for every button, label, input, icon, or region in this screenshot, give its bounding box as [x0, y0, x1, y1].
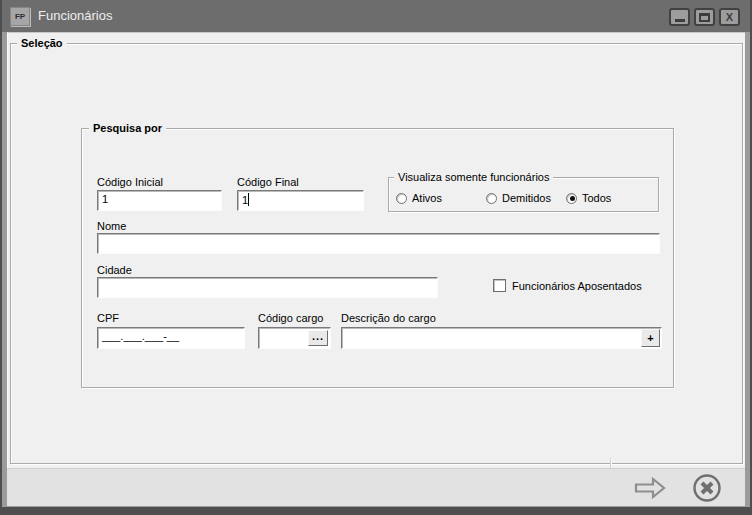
- selecao-caption: Seleção: [17, 37, 67, 50]
- codigo-inicial-input[interactable]: 1: [97, 190, 222, 211]
- codigo-final-input[interactable]: 1: [237, 190, 364, 211]
- descricao-cargo-input[interactable]: [341, 327, 662, 349]
- radio-todos-icon: [566, 193, 577, 204]
- codigo-final-label: Código Final: [237, 176, 299, 188]
- footer-panel-divider: [610, 458, 611, 468]
- pesquisa-groupbox: [81, 128, 674, 388]
- radio-demitidos-label: Demitidos: [502, 192, 551, 204]
- radio-ativos-icon: [396, 193, 407, 204]
- window-title: Funcionários: [38, 0, 112, 32]
- codigo-cargo-lookup-button[interactable]: ...: [308, 330, 328, 346]
- window-border-left: [0, 0, 2, 515]
- aposentados-checkbox[interactable]: Funcionários Aposentados: [493, 279, 642, 292]
- radio-demitidos-icon: [486, 193, 497, 204]
- cpf-input[interactable]: ___.___.___-__: [97, 327, 245, 349]
- arrow-right-icon: [632, 475, 668, 501]
- minimize-button[interactable]: [669, 8, 690, 26]
- radio-todos[interactable]: Todos: [566, 192, 611, 204]
- proceed-button[interactable]: [630, 474, 670, 502]
- title-bar[interactable]: FP Funcionários X: [2, 0, 750, 32]
- cpf-label: CPF: [97, 312, 119, 324]
- radio-demitidos[interactable]: Demitidos: [486, 192, 551, 204]
- ellipsis-icon: ...: [312, 334, 324, 338]
- minimize-icon: [675, 19, 685, 22]
- text-caret: [248, 193, 249, 206]
- codigo-inicial-label: Código Inicial: [97, 176, 163, 188]
- nome-label: Nome: [97, 220, 126, 232]
- radio-todos-label: Todos: [582, 192, 611, 204]
- maximize-icon: [699, 13, 710, 22]
- nome-input[interactable]: [97, 233, 660, 254]
- descricao-cargo-add-button[interactable]: +: [641, 329, 660, 347]
- visualiza-caption: Visualiza somente funcionários: [394, 171, 553, 184]
- radio-ativos-label: Ativos: [412, 192, 442, 204]
- plus-icon: +: [647, 332, 653, 344]
- radio-ativos[interactable]: Ativos: [396, 192, 442, 204]
- window-controls: X: [669, 8, 740, 26]
- circle-x-icon: [692, 473, 722, 503]
- cidade-input[interactable]: [97, 277, 438, 298]
- window-border-bottom: [0, 507, 752, 515]
- pesquisa-caption: Pesquisa por: [89, 122, 166, 135]
- codigo-cargo-label: Código cargo: [258, 312, 323, 324]
- app-window: FP Funcionários X Seleção Pesquisa por C…: [0, 0, 752, 515]
- close-icon: X: [726, 12, 733, 23]
- app-icon[interactable]: FP: [10, 7, 30, 26]
- aposentados-label: Funcionários Aposentados: [512, 280, 642, 292]
- maximize-button[interactable]: [694, 8, 715, 26]
- close-button[interactable]: X: [719, 8, 740, 26]
- close-form-button[interactable]: [691, 472, 723, 504]
- descricao-cargo-label: Descrição do cargo: [341, 312, 436, 324]
- checkbox-icon: [493, 279, 506, 292]
- cidade-label: Cidade: [97, 264, 132, 276]
